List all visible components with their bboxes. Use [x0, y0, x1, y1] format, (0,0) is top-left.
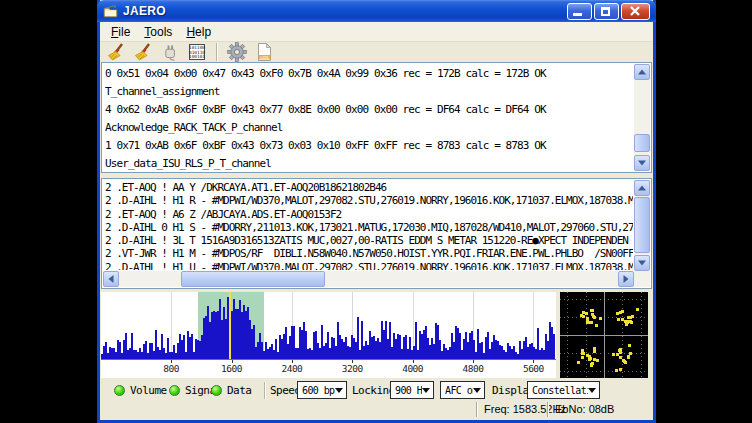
constellation-point — [629, 316, 632, 319]
acars-log-panel[interactable]: 2 .ET-AOQ ! AA Y /DKRCAYA.AT1.ET-AOQ20B1… — [101, 178, 652, 289]
spectrum-plot[interactable] — [101, 292, 556, 360]
acars-log-line: 2 .ET-AOQ ! A6 Z /ABJCAYA.ADS.ET-AOQ0153… — [105, 208, 633, 221]
desktop: JAERO File Tools Help — [0, 0, 752, 423]
raw-bits-button[interactable]: 101100 010110 100101 — [186, 42, 208, 62]
constellation-point — [621, 318, 624, 321]
arrow-left-icon — [109, 275, 114, 283]
constellation-point — [582, 352, 585, 355]
constellation-point — [591, 309, 594, 312]
scroll-down-button[interactable] — [634, 155, 650, 171]
constellation-point — [586, 317, 589, 320]
display-combobox[interactable]: Constellation — [527, 381, 600, 399]
constellation-point — [618, 349, 621, 352]
display-value: Constellation — [528, 385, 588, 396]
speed-combobox[interactable]: 600 bps — [297, 381, 347, 399]
volume-indicator: Volume — [114, 381, 167, 400]
hex-log-line: 4 0x62 0xAB 0x6F 0xBF 0x43 0x77 0x8E 0x0… — [105, 101, 633, 119]
constellation-point — [582, 311, 585, 314]
volume-label: Volume — [130, 384, 167, 397]
constellation-point — [586, 354, 589, 357]
close-button[interactable] — [621, 3, 650, 20]
scroll-up-button[interactable] — [634, 180, 650, 196]
data-indicator: Data — [211, 381, 252, 400]
constellation-point — [593, 350, 596, 353]
constellation-point — [631, 315, 634, 318]
window-title: JAERO — [123, 4, 166, 18]
scroll-right-button[interactable] — [618, 271, 634, 287]
constellation-point — [623, 360, 626, 363]
axis-tick-label: 3200 — [342, 363, 363, 374]
spectrum-display[interactable]: 800160024003200400048005600 — [101, 292, 556, 378]
constellation-point — [621, 310, 624, 313]
constellation-axis — [560, 335, 648, 336]
scroll-thumb[interactable] — [634, 134, 650, 152]
constellation-point — [619, 368, 622, 371]
menu-tools[interactable]: Tools — [137, 23, 179, 41]
settings-button[interactable] — [226, 42, 248, 62]
svg-text:100101: 100101 — [189, 54, 205, 59]
constellation-point — [616, 353, 619, 356]
gear-icon — [227, 42, 247, 62]
clear-top-log-button[interactable] — [105, 42, 127, 62]
acars-log-line: 2 .D-AIHL 0 H1 S - #MDORRY,211013.KOK,17… — [105, 221, 633, 234]
data-label: Data — [227, 384, 252, 397]
constellation-point — [592, 315, 595, 318]
hex-log-panel[interactable]: 0 0x51 0x04 0x00 0x47 0x43 0xF0 0x7B 0x4… — [101, 62, 652, 173]
constellation-point — [581, 356, 584, 359]
acars-log-line: 2 .D-AIHL ! H1 U - #MDPWI/WD370,MALOT,29… — [105, 261, 633, 270]
axis-tick-label: 5600 — [523, 363, 544, 374]
chevron-down-icon — [473, 388, 481, 393]
acars-log-line: 2 .D-AIHL ! H1 R - #MDPWI/WD370,MALOT,29… — [105, 194, 633, 207]
jaero-window: JAERO File Tools Help — [97, 0, 656, 423]
statusbar: Freq: 1583.52Hz EbNo: 08dB — [100, 400, 653, 420]
signal-led-icon — [169, 385, 180, 396]
scroll-thumb[interactable] — [181, 271, 325, 287]
axis-tick-label: 4800 — [463, 363, 484, 374]
maximize-button[interactable] — [594, 3, 619, 20]
data-led-icon — [211, 385, 222, 396]
acars-hscrollbar[interactable] — [103, 271, 634, 287]
spectrum-bars — [101, 292, 556, 360]
controls-bar: Volume Signal Data Speed 600 bps Locking… — [100, 381, 653, 400]
minimize-button[interactable] — [567, 3, 592, 20]
clear-bottom-log-button[interactable] — [132, 42, 154, 62]
menu-help[interactable]: Help — [179, 23, 218, 41]
log-file-button[interactable]: LOG — [253, 42, 275, 62]
spectrum-axis: 800160024003200400048005600 — [101, 359, 556, 378]
toolbar: 101100 010110 100101 — [100, 42, 658, 62]
tune-marker[interactable] — [229, 292, 231, 360]
binary-data-icon: 101100 010110 100101 — [187, 42, 207, 62]
constellation-display[interactable] — [560, 292, 648, 378]
broom-icon — [106, 42, 126, 62]
menubar: File Tools Help — [100, 22, 653, 42]
afc-combobox[interactable]: AFC on — [440, 381, 485, 399]
constellation-point — [596, 359, 599, 362]
axis-tick-label: 4000 — [402, 363, 423, 374]
locking-combobox[interactable]: 900 Hz — [390, 381, 434, 399]
chevron-down-icon — [335, 388, 343, 393]
hex-log-vscrollbar[interactable] — [634, 64, 650, 171]
constellation-point — [577, 361, 580, 364]
titlebar[interactable]: JAERO — [97, 0, 656, 22]
menu-file[interactable]: File — [104, 23, 137, 41]
locking-value: 900 Hz — [391, 385, 422, 396]
close-icon — [622, 4, 649, 19]
chevron-down-icon — [588, 388, 596, 393]
constellation-point — [626, 320, 629, 323]
spectrum-bar — [553, 334, 555, 360]
scroll-down-button[interactable] — [634, 255, 650, 271]
axis-tick-label: 1600 — [221, 363, 242, 374]
constellation-point — [586, 321, 589, 324]
acars-vscrollbar[interactable] — [634, 180, 650, 271]
scroll-thumb[interactable] — [634, 197, 650, 253]
acars-log-text: 2 .ET-AOQ ! AA Y /DKRCAYA.AT1.ET-AOQ20B1… — [105, 181, 633, 270]
acars-log-line: 2 .ET-AOQ ! AA Y /DKRCAYA.AT1.ET-AOQ20B1… — [105, 181, 633, 194]
scroll-left-button[interactable] — [103, 271, 119, 287]
plug-icon — [160, 42, 180, 62]
arrow-right-icon — [624, 275, 629, 283]
connect-button[interactable] — [159, 42, 181, 62]
constellation-point — [585, 312, 588, 315]
toolbar-separator — [216, 43, 218, 61]
scroll-up-button[interactable] — [634, 64, 650, 80]
volume-led-icon — [114, 385, 125, 396]
